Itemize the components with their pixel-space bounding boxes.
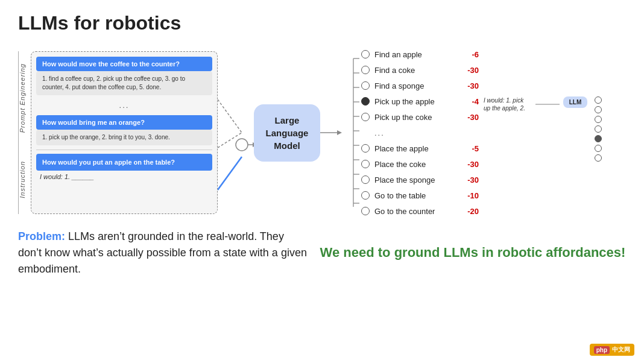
problem-text: Problem: LLMs aren’t grounded in the rea… [18,229,308,277]
php-label: php [594,346,610,354]
action-label-0: Find an apple [374,50,453,59]
bottom-left: Problem: LLMs aren’t grounded in the rea… [18,229,308,277]
action-score-0: -6 [458,50,479,59]
action-score-7: -30 [458,160,479,169]
action-item-7: Place the coke-30 [361,157,479,171]
output-circle-0 [595,96,602,104]
action-circle-9 [361,191,370,200]
action-item-3: Pick up the apple-4 [361,94,479,109]
action-item-2: Find a sponge-30 [361,78,479,93]
action-score-4: -30 [458,113,479,122]
action-circle-2 [361,81,370,90]
bottom-right: We need to ground LLMs in robotic afford… [320,229,626,277]
grounding-text: We need to ground LLMs in robotic afford… [320,244,626,262]
action-item-1: Find a coke-30 [361,63,479,77]
diagram-area: Prompt Engineering Instruction How would… [18,45,626,220]
ellipsis-1: ... [36,99,212,111]
svg-marker-5 [253,142,254,147]
prompt-header-1: How would move the coffee to the counter… [36,57,212,71]
action-score-1: -30 [458,66,479,75]
action-circle-1 [361,66,370,74]
problem-keyword: Problem: [18,230,65,242]
action-item-8: Place the sponge-30 [361,172,479,187]
action-circle-0 [361,50,370,58]
action-label-6: Place the apple [374,144,453,153]
action-list-area: Find an apple-6Find a coke-30Find a spon… [344,51,479,214]
action-item-9: Go to the table-10 [361,188,479,203]
page-title: LLMs for robotics [18,12,626,34]
action-item-6: Place the apple-5 [361,141,479,156]
instruction-label: Instruction [18,145,28,214]
action-score-8: -30 [458,175,479,185]
action-circle-7 [361,160,370,168]
connector-svg [218,51,254,214]
action-circle-6 [361,144,370,153]
instruction-header: How would you put an apple on the table? [36,154,212,171]
action-circle-8 [361,175,370,184]
svg-point-3 [236,139,248,151]
action-item-10: Go to the counter-20 [361,204,479,218]
output-circles [595,96,602,162]
action-item-4: Pick up the coke-30 [361,110,479,124]
svg-marker-7 [337,130,342,135]
svg-line-2 [218,157,242,190]
bottom-area: Problem: LLMs aren’t grounded in the rea… [18,229,626,277]
action-label-9: Go to the table [374,191,453,200]
output-circle-2 [595,116,602,123]
output-circle-5 [595,145,602,152]
action-circle-4 [361,113,370,121]
output-circle-6 [595,154,602,162]
arrow-area [218,51,254,214]
prompt-body-1: 1. find a coffee cup, 2. pick up the cof… [36,71,212,95]
instruction-section: How would you put an apple on the table?… [36,150,212,183]
llm-arrow-svg [320,51,344,214]
action-item-0: Find an apple-6 [361,47,479,62]
llm-right-arrow [320,51,344,214]
prompt-box-area: How would move the coffee to the counter… [31,51,218,214]
action-score-2: -30 [458,81,479,90]
tree-svg [344,51,362,214]
action-label-3: Pick up the apple [374,97,453,106]
action-score-10: -20 [458,207,479,216]
action-label-1: Find a coke [374,66,453,75]
prompt-header-2: How would bring me an orange? [36,115,212,130]
action-label-7: Place the coke [374,160,453,169]
action-label-10: Go to the counter [374,207,453,216]
action-list: Find an apple-6Find a coke-30Find a spon… [361,47,479,218]
action-label-8: Place the sponge [374,175,453,185]
annotation-text: I would: 1. pick up the apple, 2. [484,96,532,112]
vertical-labels: Prompt Engineering Instruction [18,51,28,214]
action-score-3: -4 [458,97,479,106]
prompt-box-2: How would bring me an orange? 1. pick up… [36,115,212,145]
php-site: 中文网 [612,346,630,354]
action-score-9: -10 [458,191,479,200]
main-container: LLMs for robotics Prompt Engineering Ins… [0,0,644,363]
llm-box: Large Language Model [254,104,320,162]
action-label-4: Pick up the coke [374,113,453,122]
divider-line [535,104,560,105]
annotation-area: I would: 1. pick up the apple, 2. LLM [484,96,602,162]
llm-small-box: LLM [563,96,587,108]
output-circle-3 [595,125,602,133]
action-score-6: -5 [458,144,479,153]
right-side-panel: I would: 1. pick up the apple, 2. LLM [484,51,602,214]
ellipsis-action: ... [374,128,385,137]
prompt-body-2: 1. pick up the orange, 2. bring it to yo… [36,130,212,145]
output-circle-1 [595,106,602,113]
output-circle-4 [595,135,602,142]
prompt-label: Prompt Engineering [18,51,28,145]
action-circle-10 [361,207,370,215]
prompt-box-1: How would move the coffee to the counter… [36,57,212,95]
llm-box-wrapper: Large Language Model [254,51,320,214]
action-circle-3 [361,97,370,106]
svg-line-0 [218,99,242,133]
php-logo: php 中文网 [590,344,634,356]
instruction-body: I would: 1. ______ [36,171,212,183]
action-item-5: ... [361,125,479,140]
action-label-2: Find a sponge [374,81,453,90]
